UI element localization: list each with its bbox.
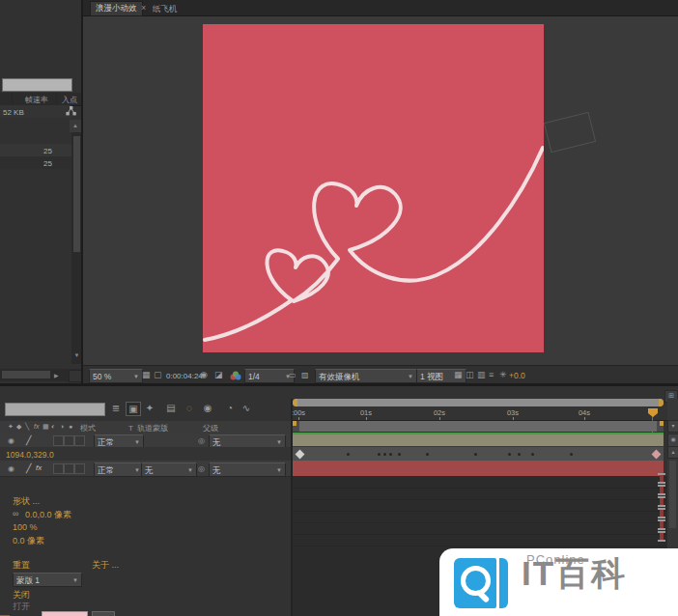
switch-box[interactable] <box>64 463 74 474</box>
layer-row-2[interactable]: ◉ ╱ fx 正常 ▼ 无 ▼ ◎ 无 ▼ <box>0 461 293 477</box>
magnification-dropdown[interactable]: 50 % ▼ <box>89 369 143 383</box>
column-trkmat-t[interactable]: T <box>128 423 133 434</box>
keyframe-dot[interactable] <box>474 453 477 456</box>
keyframe-dot[interactable] <box>508 453 511 456</box>
work-area-bar[interactable] <box>293 421 664 432</box>
transparency-grid-icon[interactable]: ▨ <box>301 371 309 380</box>
draft-3d-icon[interactable]: ▣ <box>126 402 141 416</box>
adjustment-layer-column-icon[interactable]: ◑ <box>60 423 64 430</box>
column-mode[interactable]: 模式 <box>80 423 96 434</box>
effect-about-link[interactable]: 关于 ... <box>92 560 119 571</box>
right-arrow-icon[interactable]: ▶ <box>54 372 59 378</box>
keyframe-ibeam[interactable] <box>658 540 665 542</box>
keyframe-diamond-start[interactable] <box>296 450 305 460</box>
keyframe-ibeam[interactable] <box>660 533 664 540</box>
keyframe-ibeam[interactable] <box>658 528 665 530</box>
quality-column-icon[interactable]: ╲ <box>25 423 29 431</box>
project-row-comp2[interactable]: 25 <box>0 156 71 169</box>
viewer-timecode[interactable]: 0:00:04:24 <box>166 371 203 381</box>
auto-keyframe-icon[interactable]: ◔ <box>223 402 237 414</box>
region-of-interest-icon[interactable]: ▭ <box>289 371 297 380</box>
view-layout-icon[interactable]: ▦ <box>454 370 463 379</box>
column-parent[interactable]: 父级 <box>203 423 218 434</box>
column-trkmat[interactable]: 轨道蒙版 <box>137 423 168 434</box>
timeline-column-divider[interactable] <box>291 399 293 616</box>
project-row-footage[interactable]: 52 KB <box>0 105 71 118</box>
frame-blend-column-icon[interactable]: ▦ <box>42 423 49 431</box>
project-horizontal-scrollbar[interactable]: ▶ <box>0 369 82 381</box>
property-value[interactable]: 100 % <box>13 522 38 532</box>
toggle-mask-path-icon[interactable]: ▢ <box>154 370 162 379</box>
layer2-parent-dropdown[interactable]: 无 ▼ <box>209 462 286 477</box>
keyframe-dot[interactable] <box>426 453 429 456</box>
project-row-comp1[interactable]: 25 <box>0 144 71 156</box>
scrollbar-thumb[interactable] <box>73 136 80 252</box>
property-row-position[interactable]: 1094.0,329.0 <box>0 447 293 461</box>
paper-plane-layer-outline[interactable] <box>544 112 596 154</box>
motion-blur-icon[interactable]: ◌ <box>183 402 196 414</box>
effects-fx-icon[interactable]: fx <box>36 463 42 473</box>
effect-path-dropdown[interactable]: 蒙版 1 ▼ <box>13 573 82 587</box>
keyframe-ibeam[interactable] <box>660 498 664 505</box>
switch-box[interactable] <box>53 463 64 474</box>
brainstorm-icon[interactable]: ◉ <box>201 402 214 414</box>
keyframe-diamond-end[interactable] <box>652 450 662 460</box>
exposure-value[interactable]: +0.0 <box>509 371 525 381</box>
keyframe-ibeam[interactable] <box>660 521 664 528</box>
column-inpoint[interactable]: 入点 <box>62 95 77 105</box>
effect-small-box[interactable] <box>92 611 115 616</box>
show-channels-icon[interactable] <box>230 371 241 380</box>
tab-close-icon[interactable]: × <box>141 3 146 14</box>
keyframe-ibeam[interactable] <box>658 505 665 507</box>
resolution-dropdown[interactable]: 1/4 ▼ <box>244 369 295 383</box>
camera-toggle-button[interactable]: ◉ <box>667 434 678 447</box>
pixel-aspect-correction-icon[interactable]: ▥ <box>477 370 486 379</box>
marker-up-button[interactable]: ▴ <box>667 446 678 459</box>
layer-row-1[interactable]: ◉ ╱ 正常 ▼ ◎ 无 ▼ <box>0 434 293 448</box>
keyframe-dot[interactable] <box>518 453 521 456</box>
switch-box[interactable] <box>74 435 85 446</box>
time-ruler[interactable] <box>293 406 668 421</box>
current-time-field[interactable] <box>5 403 105 416</box>
effect-option-open[interactable]: 打开 <box>13 602 30 612</box>
column-divider[interactable] <box>56 93 57 105</box>
property-value[interactable]: 形状 ... <box>13 495 40 508</box>
quality-icon[interactable]: ╱ <box>26 435 31 445</box>
keyframe-dot[interactable] <box>570 453 573 456</box>
keyframe-dot[interactable] <box>347 453 350 456</box>
timeline-zoom-scrollbar[interactable] <box>293 399 664 406</box>
keyframe-ibeam[interactable] <box>660 475 664 482</box>
property-link-icon[interactable]: ∞ <box>13 509 18 518</box>
zoombar-right-handle[interactable] <box>659 399 664 406</box>
keyframe-ibeam[interactable] <box>660 510 664 517</box>
layer2-trkmat-dropdown[interactable]: 无 ▼ <box>141 462 197 477</box>
show-snapshot-icon[interactable]: ◪ <box>214 370 223 379</box>
keyframe-dot[interactable] <box>378 453 381 456</box>
exposure-icon[interactable]: ✳ <box>499 370 507 379</box>
keyframe-ibeam[interactable] <box>658 482 665 484</box>
video-eye-icon[interactable]: ◉ <box>8 436 14 446</box>
keyframe-ibeam[interactable] <box>658 517 665 518</box>
column-divider[interactable] <box>12 93 13 105</box>
timeline-scrollbar-thumb[interactable] <box>669 461 676 528</box>
share-view-icon[interactable]: ◫ <box>466 370 474 379</box>
parent-pickwhip-icon[interactable]: ◎ <box>198 464 205 474</box>
effect-option-closed[interactable]: 关闭 <box>13 590 30 601</box>
zoombar-left-handle[interactable] <box>293 399 297 406</box>
quality-icon[interactable]: ╱ <box>26 463 31 473</box>
hide-shy-layers-icon[interactable]: ✦ <box>143 402 156 414</box>
mini-flowchart-icon[interactable]: ≣ <box>109 402 123 414</box>
layer2-mode-dropdown[interactable]: 正常 ▼ <box>94 462 144 477</box>
video-eye-icon[interactable]: ◉ <box>8 464 14 474</box>
scrollbar-thumb[interactable] <box>2 371 50 378</box>
effect-color-swatch[interactable] <box>42 611 88 616</box>
effect-reset-link[interactable]: 重置 <box>13 560 30 571</box>
project-panel-footer-field[interactable] <box>2 78 72 92</box>
property-value[interactable]: 0.0,0.0 像素 <box>25 509 71 521</box>
keyframe-ibeam[interactable] <box>658 493 665 495</box>
tab-second-composition[interactable]: 纸飞机 <box>153 4 178 14</box>
switch-box[interactable] <box>74 463 85 474</box>
switch-box[interactable] <box>53 435 64 446</box>
keyframe-ibeam[interactable] <box>660 487 664 493</box>
layer2-duration-bar[interactable] <box>293 461 664 477</box>
